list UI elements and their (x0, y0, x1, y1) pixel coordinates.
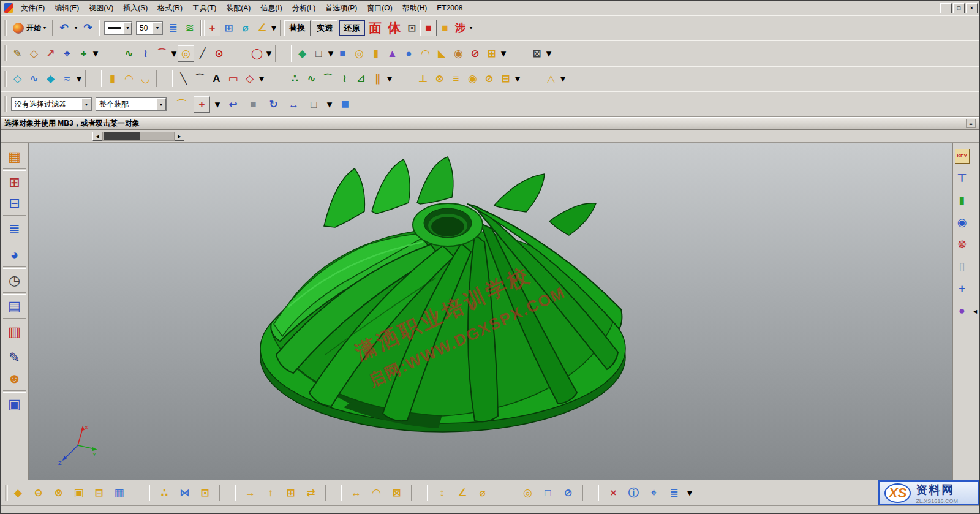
shell-icon[interactable]: ◉ (450, 45, 467, 62)
trim-curve-icon[interactable]: ⊘ (481, 70, 497, 87)
radial-dimension-icon[interactable]: ⌀ (474, 485, 491, 501)
snap-view-icon[interactable]: ⊞ (221, 20, 237, 36)
spline-icon[interactable]: ∿ (121, 45, 137, 62)
curve-dropdown-caret[interactable]: ▾ (170, 45, 178, 62)
unite-feature-icon[interactable]: ◆ (294, 45, 311, 62)
blend-icon[interactable]: ◠ (417, 45, 434, 62)
undo-view-icon[interactable]: ↩ (225, 96, 241, 113)
trim-body-icon[interactable]: ⊘ (467, 45, 483, 62)
angular-dimension-icon[interactable]: ∠ (454, 485, 470, 501)
wave-dropdown-caret[interactable]: ▾ (467, 20, 475, 36)
more-curve-icon[interactable]: △ (543, 70, 559, 87)
body-filter-button[interactable]: 体 (385, 20, 404, 37)
orient-cube-icon[interactable]: ■ (245, 96, 262, 113)
line-width-select[interactable]: ▼ (104, 21, 132, 35)
menu-edit[interactable]: 编辑(E) (50, 1, 84, 15)
offset-region-icon[interactable]: ⊞ (282, 485, 299, 501)
menu-analysis[interactable]: 分析(L) (287, 1, 321, 15)
close-button[interactable]: × (966, 3, 978, 13)
bend-surface-icon[interactable]: ◡ (137, 70, 154, 87)
wave-button[interactable]: 涉 (453, 21, 467, 35)
wrap-curve-icon[interactable]: ◉ (464, 70, 481, 87)
sketch-curve-dropdown-caret[interactable]: ▾ (258, 70, 265, 87)
analysis-pole-icon[interactable]: ⌖ (646, 485, 662, 501)
datum-plane-icon[interactable]: ◇ (26, 45, 42, 62)
resource-collapse-strip[interactable]: ◀ (971, 143, 979, 480)
menu-view[interactable]: 视图(V) (84, 1, 118, 15)
conic-curve-icon[interactable]: ⌒ (154, 45, 170, 62)
arc-icon[interactable]: ◯ (249, 45, 265, 62)
sew-icon[interactable]: ▦ (111, 485, 127, 501)
scroll-right-icon[interactable]: ▶ (175, 132, 184, 141)
menu-et2008[interactable]: ET2008 (432, 2, 467, 14)
measure-distance-icon[interactable]: ⌀ (237, 20, 254, 36)
layer-category-icon[interactable]: ≋ (181, 20, 198, 36)
face-filter-button[interactable]: 面 (366, 20, 385, 37)
section-curve-icon[interactable]: ⊿ (353, 70, 369, 87)
spline-set-icon[interactable]: ∿ (303, 70, 320, 87)
gold-block-icon[interactable]: ■ (437, 20, 453, 36)
block-icon[interactable]: □ (311, 45, 327, 62)
history-icon[interactable]: ≣ (4, 219, 26, 240)
toolbar-grip[interactable] (4, 96, 7, 112)
key-palette-icon[interactable]: KEY (955, 149, 970, 164)
isocline-curve-icon[interactable]: ≡ (448, 70, 464, 87)
selection-scope-select[interactable]: 整个装配 ▼ (96, 97, 167, 111)
restore-button[interactable]: □ (953, 3, 965, 13)
bridge-curve-icon[interactable]: ⌒ (320, 70, 336, 87)
more-dropdown-caret[interactable]: ▾ (559, 70, 567, 87)
toolbar-grip[interactable] (5, 485, 8, 501)
derived-dropdown-caret[interactable]: ▾ (386, 70, 393, 87)
menu-window[interactable]: 窗口(O) (362, 1, 397, 15)
sphere-icon[interactable]: ● (401, 45, 417, 62)
scroll-left-icon[interactable]: ◀ (92, 132, 102, 141)
wave-rule-icon[interactable]: ≣ (666, 485, 682, 501)
join-curve-icon[interactable]: ≀ (336, 70, 353, 87)
subtract-icon[interactable]: ⊖ (30, 485, 47, 501)
pan-view-icon[interactable]: ↔ (285, 96, 302, 113)
helix-icon[interactable]: ≀ (137, 45, 154, 62)
prompt-menu-icon[interactable]: ≡ (966, 119, 976, 128)
shaded-display-icon[interactable]: ■ (337, 96, 353, 113)
select-dropdown-caret[interactable]: ▾ (214, 96, 221, 113)
menu-format[interactable]: 格式(R) (153, 1, 187, 15)
point-set-icon[interactable]: ∴ (287, 70, 303, 87)
move-face-icon[interactable]: → (242, 485, 258, 501)
datum-dropdown-caret[interactable]: ▾ (92, 45, 99, 62)
menu-help[interactable]: 帮助(H) (398, 1, 432, 15)
impeller-model[interactable] (252, 153, 631, 434)
interference-icon[interactable]: ⊠ (529, 45, 545, 62)
shaded-translucent-button[interactable]: 实透 (312, 20, 338, 36)
orient-view-icon[interactable]: + (204, 20, 221, 36)
palette-icon[interactable]: ▤ (4, 296, 26, 317)
clock-icon[interactable]: ◷ (4, 270, 26, 291)
horizontal-scrollbar[interactable]: ◀ ▶ (92, 132, 184, 141)
select-point-icon[interactable]: + (194, 96, 210, 113)
redo-button[interactable]: ↷ (80, 20, 96, 36)
profile-icon[interactable]: ◇ (241, 70, 258, 87)
rect-select-icon[interactable]: □ (306, 96, 322, 113)
scroll-thumb[interactable] (104, 132, 140, 140)
pull-face-icon[interactable]: ↑ (262, 485, 279, 501)
measure-angle-icon[interactable]: ∠ (254, 20, 270, 36)
menu-info[interactable]: 信息(I) (255, 1, 287, 15)
intersect-icon[interactable]: ⊗ (50, 485, 67, 501)
menu-assembly[interactable]: 装配(A) (221, 1, 255, 15)
menu-file[interactable]: 文件(F) (16, 1, 50, 15)
rotate-view-icon[interactable]: ↻ (265, 96, 282, 113)
reuse-library-icon[interactable]: ◕ (4, 244, 26, 265)
datum-axis-icon[interactable]: ↗ (42, 45, 59, 62)
pattern-icon[interactable]: ⊞ (483, 45, 500, 62)
project-curve-icon[interactable]: ⊥ (415, 70, 431, 87)
interference-dropdown-caret[interactable]: ▾ (545, 45, 552, 62)
assembly-cut-icon[interactable]: ⊟ (91, 485, 107, 501)
emboss-icon[interactable]: ▣ (70, 485, 87, 501)
linear-dimension-icon[interactable]: ↕ (434, 485, 450, 501)
swept-surface-icon[interactable]: ∿ (26, 70, 42, 87)
shell-body-icon[interactable]: ◎ (519, 485, 536, 501)
four-point-surface-icon[interactable]: ◇ (9, 70, 26, 87)
constraint-navigator-icon[interactable]: ⊞ (4, 172, 26, 193)
block-dropdown-caret[interactable]: ▾ (327, 45, 334, 62)
green-part-icon[interactable]: ▮ (955, 193, 970, 208)
blue-part-icon[interactable]: ◉ (955, 215, 970, 230)
